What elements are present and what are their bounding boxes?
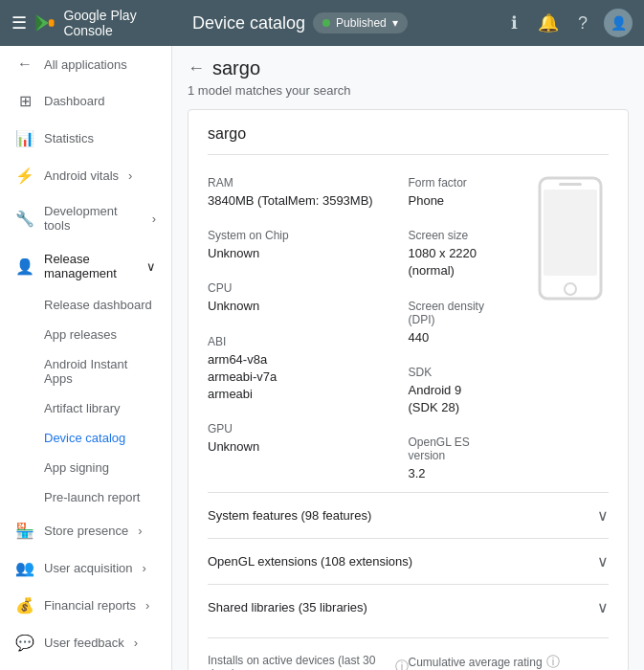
spec-opengl: OpenGL ES version 3.2 [409,426,495,492]
status-text: Published [336,16,387,30]
spec-screen-density: Screen density (DPI) 440 [409,290,495,356]
sidebar-item-statistics[interactable]: 📊 Statistics [0,120,171,157]
sidebar-item-android-instant[interactable]: Android Instant Apps [0,349,171,393]
sidebar-item-label: User acquisition [44,561,133,575]
feedback-icon: 💬 [15,634,34,652]
expandable-opengl-ext[interactable]: OpenGL extensions (108 extensions) ∨ [208,538,609,584]
sidebar-item-app-releases[interactable]: App releases [0,320,171,349]
chevron-down-icon: ▾ [392,16,398,30]
sidebar-item-label: Statistics [44,131,94,145]
expandable-shared-libs[interactable]: Shared libraries (35 libraries) ∨ [208,584,609,630]
expandable-system-features[interactable]: System features (98 features) ∨ [208,492,609,538]
sidebar-item-label: Android vitals [44,168,119,183]
expandable-label: System features (98 features) [208,508,371,523]
specs-section: RAM 3840MB (TotalMem: 3593MB) System on … [208,167,609,492]
status-pill[interactable]: Published ▾ [313,12,408,34]
notification-icon[interactable]: 🔔 [535,10,562,36]
sidebar-item-release-dashboard[interactable]: Release dashboard [0,290,171,320]
spec-cpu: CPU Unknown [208,272,409,324]
spec-soc: System on Chip Unknown [208,219,409,272]
sidebar-item-user-acquisition[interactable]: 👥 User acquisition › [0,549,171,587]
chevron-down-icon: ∨ [597,552,609,570]
chevron-right-icon: › [143,561,146,575]
sidebar-item-store-presence[interactable]: 🏪 Store presence › [0,512,171,549]
sidebar-item-android-vitals[interactable]: ⚡ Android vitals › [0,157,171,194]
dashboard-icon: ⊞ [15,92,34,110]
result-count: 1 model matches your search [188,83,629,98]
info-icon[interactable]: ⓘ [546,654,560,670]
rating-label: Cumulative average rating [409,656,543,669]
sidebar-item-label: App releases [44,327,117,342]
sidebar-item-label: User feedback [44,636,124,650]
sidebar-item-app-signing[interactable]: App signing [0,453,171,482]
phone-illustration [532,176,609,303]
sidebar-item-dev-tools[interactable]: 🔧 Development tools › [0,194,171,242]
device-name: sargo [208,125,609,155]
sidebar-item-financial[interactable]: 💰 Financial reports › [0,587,171,624]
chevron-down-icon: ∨ [597,598,609,616]
chevron-right-icon: › [152,212,156,226]
spec-sdk: SDK Android 9 (SDK 28) [409,356,495,426]
sidebar-item-release-mgmt[interactable]: 👤 Release management ∨ [0,242,171,290]
back-title: sargo [212,57,260,79]
avatar[interactable]: 👤 [604,9,633,37]
spec-ram: RAM 3840MB (TotalMem: 3593MB) [208,167,409,219]
device-card: sargo RAM 3840MB (TotalMem: 3593MB) Syst… [188,109,629,670]
sidebar-item-label: Device catalog [44,431,125,445]
sidebar: ← All applications ⊞ Dashboard 📊 Statist… [0,46,172,670]
help-icon[interactable]: ? [569,10,596,36]
sidebar-item-label: Artifact library [44,401,120,415]
tools-icon: 🔧 [15,210,34,228]
installs-label: Installs on active devices (last 30 days… [208,654,391,670]
back-arrow-icon: ← [188,58,205,78]
nav-center: Device catalog Published ▾ [192,12,489,34]
sidebar-item-device-catalog[interactable]: Device catalog [0,423,171,453]
chevron-right-icon: › [134,636,138,650]
metric-installs: Installs on active devices (last 30 days… [208,654,409,670]
expandable-label: Shared libraries (35 libraries) [208,600,367,614]
top-nav: ☰ Google Play Console Device catalog Pub… [0,0,644,46]
back-icon: ← [15,56,34,73]
sidebar-item-pre-launch[interactable]: Pre-launch report [0,482,171,512]
sidebar-item-dashboard[interactable]: ⊞ Dashboard [0,82,171,120]
svg-rect-4 [544,190,597,276]
layout: ← All applications ⊞ Dashboard 📊 Statist… [0,46,644,670]
statistics-icon: 📊 [15,129,34,147]
info-icon[interactable]: ⓘ [395,659,409,670]
spec-abi: ABI arm64-v8aarmeabi-v7aarmeabi [208,325,409,413]
chevron-right-icon: › [138,524,142,538]
sidebar-item-label: Store presence [44,524,128,538]
phone-svg [532,176,609,301]
spec-group-left: RAM 3840MB (TotalMem: 3593MB) System on … [208,167,409,492]
chevron-down-icon: ∨ [146,259,156,274]
spec-screen-size: Screen size 1080 x 2220 (normal) [409,219,495,289]
sidebar-item-label: Android Instant Apps [44,357,127,386]
store-icon: 🏪 [15,522,34,540]
sidebar-item-all-apps[interactable]: ← All applications [0,46,171,82]
sidebar-item-label: Release management [44,252,137,280]
info-icon[interactable]: ℹ [500,10,527,36]
sidebar-item-label: Development tools [44,204,143,233]
sidebar-item-label: App signing [44,460,109,475]
nav-actions: ℹ 🔔 ? 👤 [500,9,633,37]
sidebar-item-artifact-library[interactable]: Artifact library [0,393,171,423]
page-title-nav: Device catalog [192,13,305,34]
status-dot [322,19,330,27]
app-logo [34,11,56,34]
spec-gpu: GPU Unknown [208,413,409,465]
users-icon: 👥 [15,559,34,577]
svg-rect-2 [49,19,55,26]
release-icon: 👤 [15,257,34,276]
main-content: ← sargo 1 model matches your search sarg… [172,46,644,670]
chevron-right-icon: › [128,168,132,183]
sidebar-item-user-feedback[interactable]: 💬 User feedback › [0,624,171,661]
back-bar[interactable]: ← sargo [188,46,629,83]
finance-icon: 💰 [15,596,34,614]
hamburger-icon[interactable]: ☰ [11,12,27,34]
expandable-label: OpenGL extensions (108 extensions) [208,554,412,569]
nav-brand: ☰ Google Play Console [11,8,181,38]
sidebar-item-label: All applications [44,57,127,72]
sidebar-item-label: Pre-launch report [44,490,140,504]
vitals-icon: ⚡ [15,167,34,185]
spec-form-factor: Form factor Phone [409,167,495,219]
